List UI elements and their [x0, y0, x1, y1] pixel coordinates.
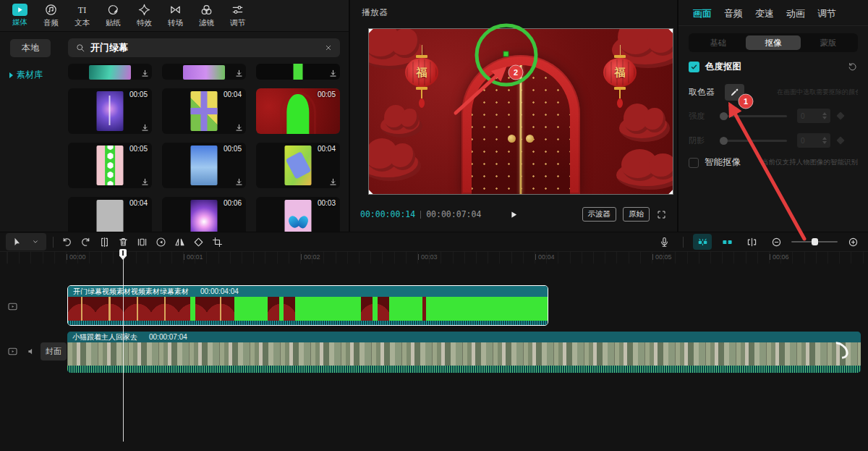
- download-icon[interactable]: [234, 123, 244, 132]
- sidebar-item-local[interactable]: 本地: [10, 39, 51, 57]
- select-tool-icon[interactable]: [7, 234, 26, 250]
- media-item[interactable]: 00:05: [68, 143, 152, 188]
- expand-clip-icon[interactable]: [742, 234, 761, 250]
- selection-handle[interactable]: [668, 190, 673, 194]
- clip-duration: 00:00:04:04: [200, 287, 239, 295]
- scope-button[interactable]: 示波器: [582, 207, 617, 222]
- media-item[interactable]: 00:05: [68, 88, 152, 134]
- keyframe-icon[interactable]: [836, 136, 844, 144]
- intensity-slider[interactable]: [720, 115, 787, 117]
- tab-picture[interactable]: 画面: [693, 7, 712, 25]
- media-item[interactable]: 00:04: [162, 88, 246, 134]
- media-item[interactable]: 00:05: [162, 143, 246, 188]
- subtab-basic[interactable]: 基础: [691, 35, 746, 50]
- playhead-handle[interactable]: [119, 249, 127, 260]
- media-item[interactable]: 00:05: [256, 88, 340, 134]
- shadow-slider[interactable]: [720, 140, 787, 142]
- tab-text[interactable]: TI 文本: [67, 0, 98, 31]
- inspector-panel: 画面 音频 变速 动画 调节 基础 抠像 蒙版 色度抠图 取色器 在画面中选取需…: [678, 0, 868, 232]
- undo-icon[interactable]: [57, 234, 76, 250]
- keyframe-icon[interactable]: [836, 111, 844, 119]
- smart-matting-checkbox[interactable]: [689, 158, 699, 168]
- tab-audio[interactable]: 音频: [35, 0, 67, 31]
- chevron-down-icon[interactable]: [26, 234, 45, 250]
- stepper-arrows-icon[interactable]: [822, 112, 827, 119]
- tab-adjust[interactable]: 调节: [222, 0, 253, 31]
- reverse-play-icon[interactable]: [151, 234, 170, 250]
- color-picker-label: 取色器: [689, 86, 715, 98]
- play-button[interactable]: [509, 209, 519, 220]
- media-item[interactable]: [256, 64, 340, 80]
- timeline-zoom-slider[interactable]: [791, 237, 838, 247]
- download-icon[interactable]: [140, 123, 150, 132]
- download-icon[interactable]: [328, 177, 338, 187]
- freeze-frame-icon[interactable]: [132, 234, 151, 250]
- tab-animation[interactable]: 动画: [786, 7, 805, 25]
- door-knocker: [526, 135, 534, 143]
- media-item[interactable]: [68, 64, 152, 80]
- cover-button[interactable]: 封面: [41, 342, 67, 361]
- media-item[interactable]: 00:04: [256, 143, 340, 188]
- select-tool-group[interactable]: [6, 233, 46, 250]
- slider-knob[interactable]: [720, 112, 728, 120]
- clear-search-icon[interactable]: [324, 43, 333, 52]
- crop-icon[interactable]: [208, 234, 226, 250]
- tab-filter[interactable]: 滤镜: [191, 0, 222, 31]
- split-clip-icon[interactable]: [95, 234, 114, 250]
- media-item[interactable]: 00:03: [256, 197, 340, 232]
- shadow-stepper[interactable]: 0: [797, 133, 830, 148]
- intensity-stepper[interactable]: 0: [797, 109, 830, 123]
- tab-speed[interactable]: 变速: [755, 7, 774, 25]
- tab-adjust[interactable]: 调节: [817, 7, 836, 25]
- download-icon[interactable]: [234, 69, 244, 78]
- tab-effects[interactable]: 特效: [129, 0, 160, 31]
- download-icon[interactable]: [328, 69, 338, 78]
- redo-icon[interactable]: [76, 234, 95, 250]
- slider-knob[interactable]: [720, 137, 728, 145]
- download-icon[interactable]: [140, 69, 150, 78]
- record-voiceover-icon[interactable]: [655, 234, 673, 250]
- original-quality-button[interactable]: 原始: [623, 207, 650, 222]
- fullscreen-icon[interactable]: [656, 209, 667, 220]
- tab-sticker[interactable]: 贴纸: [98, 0, 129, 31]
- zoom-out-icon[interactable]: [767, 234, 786, 250]
- snap-toggle-icon[interactable]: [693, 234, 712, 250]
- media-grid: 00:05 00:04 00:05 00:05 00:05 00:04 00:0…: [68, 64, 340, 232]
- delete-icon[interactable]: [114, 234, 132, 250]
- sidebar-item-library[interactable]: 素材库: [0, 69, 62, 81]
- stepper-arrows-icon[interactable]: [822, 137, 827, 144]
- playhead[interactable]: [119, 249, 127, 260]
- download-icon[interactable]: [234, 177, 244, 187]
- selection-handle[interactable]: [369, 190, 373, 194]
- link-preview-icon[interactable]: [718, 234, 736, 250]
- clip-green-screen[interactable]: 开门绿幕视频素材视频素材绿幕素材 00:00:04:04: [67, 285, 548, 326]
- filmstrip-frame: [328, 297, 362, 321]
- clip-cat-video[interactable]: 小猫跟着主人回家去 00:00:07:04: [67, 332, 861, 373]
- eyedropper-button[interactable]: [725, 84, 744, 101]
- media-item[interactable]: [162, 64, 246, 80]
- timeline-ruler[interactable]: 00:00 00:01 00:02 00:03 00:04 00:05 00:0…: [0, 251, 868, 264]
- subtab-matting[interactable]: 抠像: [746, 35, 801, 50]
- media-item[interactable]: 00:04: [68, 197, 152, 232]
- mute-track-icon[interactable]: [26, 346, 37, 357]
- video-preview[interactable]: 福 福: [369, 29, 673, 194]
- subtab-mask[interactable]: 蒙版: [801, 35, 856, 50]
- timecode-divider: [420, 211, 421, 219]
- tab-media[interactable]: 媒体: [4, 0, 35, 31]
- track2-type-icon[interactable]: [6, 345, 20, 358]
- zoom-slider-knob[interactable]: [812, 238, 818, 245]
- mirror-icon[interactable]: [170, 234, 189, 250]
- media-item[interactable]: 00:06: [162, 197, 246, 232]
- zoom-in-icon[interactable]: [843, 234, 862, 250]
- track1-type-icon[interactable]: [6, 300, 20, 313]
- tab-audio[interactable]: 音频: [724, 7, 743, 25]
- search-input[interactable]: 开门绿幕: [68, 38, 340, 57]
- media-thumbnail: [97, 91, 124, 131]
- player-panel: 播放器 福 福: [350, 0, 677, 232]
- tab-transition[interactable]: 转场: [160, 0, 191, 31]
- reset-icon[interactable]: [847, 62, 858, 72]
- color-picker-hint: 在画面中选取需要抠除的颜色: [777, 88, 858, 97]
- rotate-icon[interactable]: [189, 234, 208, 250]
- chroma-key-checkbox[interactable]: [689, 62, 699, 72]
- download-icon[interactable]: [140, 177, 150, 187]
